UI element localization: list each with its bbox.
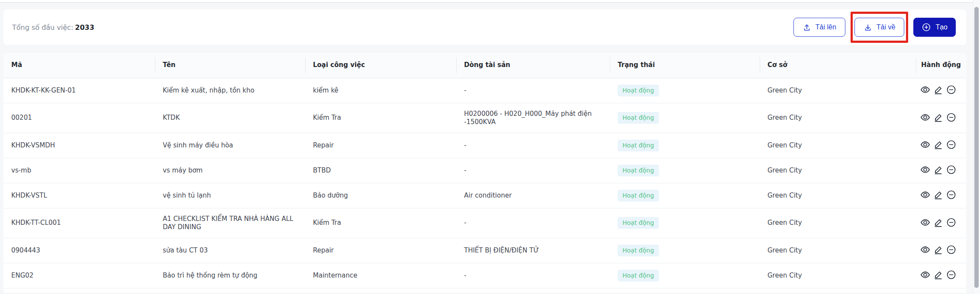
minus-circle-icon [946, 165, 956, 176]
edit-button[interactable] [932, 245, 944, 256]
table-row: vs-mbvs máy bơmBTBD-Hoạt độngGreen City [3, 158, 966, 183]
table-header-row: Mã Tên Loại công việc Dòng tài sản Trạng… [3, 53, 966, 78]
deactivate-button[interactable] [945, 245, 957, 256]
view-button[interactable] [919, 217, 931, 229]
eye-icon [920, 140, 930, 151]
deactivate-button[interactable] [945, 165, 957, 176]
column-header-name: Tên [155, 53, 305, 78]
cell-actions [916, 158, 966, 183]
column-header-site: Cơ sở [760, 53, 916, 78]
view-button[interactable] [919, 270, 931, 281]
download-button[interactable]: Tải về [854, 18, 905, 37]
cell-actions [916, 238, 966, 263]
cell-work-type: Kiểm Tra [305, 288, 456, 293]
main-content: Tổng số đầu việc:2033 Tải lên [3, 10, 966, 293]
vertical-scrollbar-track[interactable] [973, 0, 980, 294]
cell-asset-line: THIẾT BỊ ĐIỆN/ĐIỆN TỬ [456, 238, 610, 263]
cell-actions [916, 183, 966, 208]
deactivate-button[interactable] [945, 270, 957, 281]
deactivate-button[interactable] [945, 112, 957, 124]
view-button[interactable] [919, 245, 931, 256]
total-count-label: Tổng số đầu việc:2033 [12, 23, 94, 32]
view-button[interactable] [919, 165, 931, 176]
pencil-icon [933, 112, 943, 124]
edit-button[interactable] [932, 140, 944, 151]
toolbar-buttons: Tải lên Tải về Tạo [793, 12, 956, 43]
column-header-status: Trạng thái [610, 53, 760, 78]
cell-name: vệ sinh tủ lạnh [155, 183, 305, 208]
cell-status: Hoạt động [610, 288, 760, 293]
view-button[interactable] [919, 112, 931, 124]
status-badge: Hoạt động [618, 217, 659, 229]
vertical-scrollbar-thumb[interactable] [974, 7, 979, 288]
cell-name: sửa tàu CT 03 [155, 238, 305, 263]
eye-icon [920, 217, 930, 229]
deactivate-button[interactable] [945, 217, 957, 229]
cell-status: Hoạt động [610, 133, 760, 158]
eye-icon [920, 190, 930, 201]
cell-code: ENG02 [3, 263, 155, 288]
cell-code: KHDK-VSMDH [3, 133, 155, 158]
upload-button-label: Tải lên [816, 23, 836, 31]
status-badge: Hoạt động [618, 245, 659, 256]
status-badge: Hoạt động [618, 190, 659, 201]
column-header-work-type: Loại công việc [305, 53, 456, 78]
cell-site: Green City [760, 133, 916, 158]
cell-site: Green City [760, 208, 916, 238]
deactivate-button[interactable] [945, 85, 957, 96]
status-badge: Hoạt động [618, 112, 659, 124]
cell-site: Green City [760, 238, 916, 263]
column-header-asset-line: Dòng tài sản [456, 53, 610, 78]
cell-actions [916, 78, 966, 103]
cell-name: Bảo trì hệ thống rèm tự động [155, 263, 305, 288]
deactivate-button[interactable] [945, 190, 957, 201]
cell-asset-line: - [456, 263, 610, 288]
pencil-icon [933, 85, 943, 96]
edit-button[interactable] [932, 85, 944, 96]
table-row: ENG02Bảo trì hệ thống rèm tự độngMainter… [3, 263, 966, 288]
cell-asset-line: Air conditioner [456, 183, 610, 208]
cell-asset-line: - [456, 208, 610, 238]
edit-button[interactable] [932, 165, 944, 176]
cell-name: A1 CHECKLIST KIỂM TRA NHÀ HÀNG ALL DAY D… [155, 208, 305, 238]
view-button[interactable] [919, 190, 931, 201]
cell-name: Vệ sinh máy điều hòa [155, 133, 305, 158]
column-header-actions: Hành động [916, 53, 966, 78]
create-button[interactable]: Tạo [913, 18, 956, 37]
cell-code: vs-mb [3, 158, 155, 183]
pencil-icon [933, 270, 943, 281]
status-badge: Hoạt động [618, 140, 659, 151]
edit-button[interactable] [932, 217, 944, 229]
status-badge: Hoạt động [618, 165, 659, 176]
view-button[interactable] [919, 140, 931, 151]
cell-code: KHDK-TT-CL001 [3, 208, 155, 238]
upload-button[interactable]: Tải lên [793, 18, 845, 37]
cell-code: KHDK-VSTL [3, 183, 155, 208]
view-button[interactable] [919, 85, 931, 96]
cell-asset-line: - [456, 288, 610, 293]
edit-button[interactable] [932, 190, 944, 201]
pencil-icon [933, 245, 943, 256]
cell-actions [916, 103, 966, 133]
edit-button[interactable] [932, 112, 944, 124]
table-row: KHDK-TT-CL001A1 CHECKLIST KIỂM TRA NHÀ H… [3, 208, 966, 238]
eye-icon [920, 112, 930, 124]
work-items-table-card: Mã Tên Loại công việc Dòng tài sản Trạng… [3, 53, 966, 293]
cell-code: 00201 [3, 103, 155, 133]
cell-status: Hoạt động [610, 263, 760, 288]
cell-actions [916, 263, 966, 288]
cell-site: Green City [760, 183, 916, 208]
upload-icon [803, 23, 811, 32]
work-items-table: Mã Tên Loại công việc Dòng tài sản Trạng… [3, 53, 966, 293]
cell-actions [916, 208, 966, 238]
edit-button[interactable] [932, 270, 944, 281]
cell-work-type: BTBD [305, 158, 456, 183]
pencil-icon [933, 217, 943, 229]
deactivate-button[interactable] [945, 140, 957, 151]
table-row: KHDK-KT-KK-GEN-01Kiểm kê xuất, nhập, tồn… [3, 78, 966, 103]
cell-actions [916, 133, 966, 158]
cell-code: WO0974 [3, 288, 155, 293]
table-row: 00201KTDKKiểm TraH0200006 - H020_H000_Má… [3, 103, 966, 133]
cell-work-type: Kiểm Tra [305, 208, 456, 238]
cell-site: Green City [760, 263, 916, 288]
